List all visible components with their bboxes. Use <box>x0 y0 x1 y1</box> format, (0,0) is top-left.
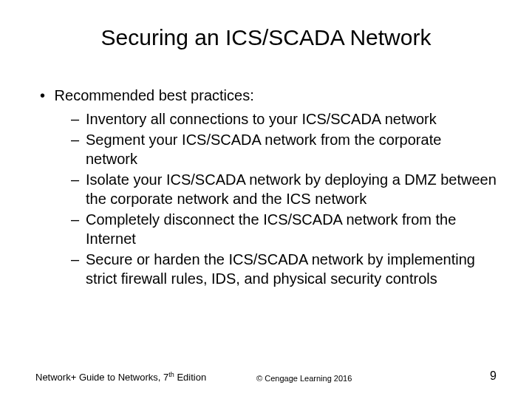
dash-icon: – <box>71 109 86 129</box>
item-text: Secure or harden the ICS/SCADA network b… <box>86 250 497 288</box>
dash-icon: – <box>71 130 86 168</box>
footer-left: Network+ Guide to Networks, 7th Edition <box>35 371 206 383</box>
item-text: Inventory all connections to your ICS/SC… <box>86 109 497 129</box>
book-title-pre: Network+ Guide to Networks, 7 <box>35 372 168 383</box>
list-item: – Isolate your ICS/SCADA network by depl… <box>71 170 497 208</box>
bullet-dot: • <box>40 86 50 105</box>
slide-footer: Network+ Guide to Networks, 7th Edition … <box>35 369 497 383</box>
slide: Securing an ICS/SCADA Network • Recommen… <box>0 0 532 399</box>
list-item: – Completely disconnect the ICS/SCADA ne… <box>71 210 497 248</box>
list-item: – Secure or harden the ICS/SCADA network… <box>71 250 497 288</box>
dash-icon: – <box>71 250 86 288</box>
ordinal-sup: th <box>168 371 174 378</box>
item-text: Isolate your ICS/SCADA network by deploy… <box>86 170 497 208</box>
page-number: 9 <box>490 369 497 383</box>
slide-title: Securing an ICS/SCADA Network <box>35 25 497 50</box>
copyright: © Cengage Learning 2016 <box>256 374 352 383</box>
dash-icon: – <box>71 210 86 248</box>
book-title-post: Edition <box>174 372 206 383</box>
lead-bullet: • Recommended best practices: <box>40 86 497 105</box>
item-text: Segment your ICS/SCADA network from the … <box>86 130 497 168</box>
list-item: – Segment your ICS/SCADA network from th… <box>71 130 497 168</box>
item-text: Completely disconnect the ICS/SCADA netw… <box>86 210 497 248</box>
dash-icon: – <box>71 170 86 208</box>
sub-list: – Inventory all connections to your ICS/… <box>40 109 497 288</box>
list-item: – Inventory all connections to your ICS/… <box>71 109 497 129</box>
slide-body: • Recommended best practices: – Inventor… <box>35 86 497 288</box>
lead-text: Recommended best practices: <box>55 87 254 103</box>
